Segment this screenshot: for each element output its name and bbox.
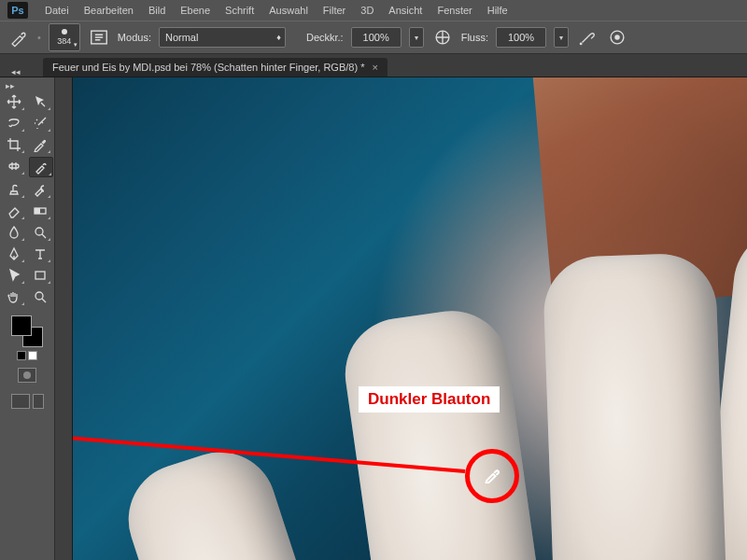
menu-ansicht[interactable]: Ansicht (381, 2, 430, 19)
blend-mode-select[interactable]: Normal♦ (159, 27, 286, 48)
foreground-color[interactable] (11, 315, 32, 336)
opacity-pressure-toggle[interactable] (431, 26, 454, 49)
lasso-tool[interactable] (3, 114, 25, 133)
mode-label: Modus: (118, 32, 151, 43)
screen-mode-button[interactable] (11, 394, 30, 409)
svg-point-8 (35, 228, 43, 235)
opacity-dropdown[interactable]: ▾ (409, 27, 424, 48)
dodge-tool[interactable] (29, 223, 51, 242)
svg-rect-9 (35, 272, 45, 279)
gradient-tool[interactable] (29, 202, 51, 220)
document-tabstrip: ◂◂ Feuer und Eis by MDI.psd bei 78% (Sch… (0, 54, 747, 77)
svg-point-2 (580, 43, 583, 46)
toolbox: ▸▸ (0, 77, 55, 560)
menu-filter[interactable]: Filter (316, 2, 353, 19)
zoom-tool[interactable] (29, 287, 51, 306)
menu-bild[interactable]: Bild (141, 2, 173, 19)
blur-tool[interactable] (3, 223, 25, 242)
menu-auswahl[interactable]: Auswahl (261, 2, 316, 19)
menu-hilfe[interactable]: Hilfe (480, 2, 515, 19)
svg-point-10 (35, 292, 43, 300)
menubar: Ps Datei Bearbeiten Bild Ebene Schrift A… (0, 0, 747, 21)
app-logo[interactable]: Ps (7, 2, 28, 19)
annotation-label: Dunkler Blauton (359, 386, 500, 413)
crop-tool[interactable] (3, 135, 25, 154)
type-tool[interactable] (29, 245, 51, 263)
svg-rect-7 (35, 208, 40, 214)
collapse-optionbar[interactable]: ◂◂ (11, 67, 21, 77)
menu-3d[interactable]: 3D (353, 2, 381, 19)
canvas-image (73, 77, 747, 560)
flow-field[interactable]: 100% (496, 27, 546, 48)
active-tool-icon[interactable] (7, 26, 30, 49)
path-select-tool[interactable] (3, 266, 25, 285)
airbrush-toggle[interactable] (576, 26, 599, 49)
clone-stamp-tool[interactable] (3, 180, 25, 199)
opacity-label: Deckkr.: (306, 32, 344, 43)
close-tab-icon[interactable]: × (372, 62, 377, 73)
screen-mode-arrow[interactable] (33, 394, 44, 409)
eyedropper-tool[interactable] (29, 135, 51, 154)
arrow-move-tool[interactable] (29, 92, 51, 111)
brush-size-value: 384 (57, 36, 71, 46)
svg-point-4 (614, 35, 620, 40)
rectangle-tool[interactable] (29, 266, 51, 285)
color-swatches[interactable] (11, 315, 43, 347)
flow-dropdown[interactable]: ▾ (554, 27, 569, 48)
default-colors[interactable] (17, 351, 37, 360)
eraser-tool[interactable] (3, 202, 25, 220)
brush-preset-picker[interactable]: 384 ▾ (49, 23, 80, 51)
quick-mask-toggle[interactable] (18, 368, 36, 383)
optionbar: • 384 ▾ Modus: Normal♦ Deckkr.: 100% ▾ F… (0, 21, 747, 54)
collapse-toolbox[interactable]: ▸▸ (6, 81, 15, 91)
side-gutter (55, 77, 73, 560)
menu-schrift[interactable]: Schrift (218, 2, 261, 19)
opacity-field[interactable]: 100% (351, 27, 402, 48)
healing-brush-tool[interactable] (3, 157, 25, 175)
hand-tool[interactable] (3, 287, 25, 306)
eyedropper-icon (484, 467, 500, 485)
menu-datei[interactable]: Datei (37, 2, 77, 19)
menu-bearbeiten[interactable]: Bearbeiten (77, 2, 141, 19)
svg-rect-5 (9, 164, 19, 168)
brush-tool[interactable] (29, 157, 53, 177)
canvas[interactable]: Dunkler Blauton (73, 77, 747, 560)
menu-ebene[interactable]: Ebene (173, 2, 218, 19)
history-brush-tool[interactable] (29, 180, 51, 199)
annotation-circle (465, 449, 519, 503)
pen-tool[interactable] (3, 245, 25, 263)
size-pressure-toggle[interactable] (606, 26, 628, 49)
document-title: Feuer und Eis by MDI.psd bei 78% (Schatt… (52, 62, 364, 73)
move-tool[interactable] (3, 92, 25, 111)
document-tab[interactable]: Feuer und Eis by MDI.psd bei 78% (Schatt… (43, 58, 388, 77)
menu-fenster[interactable]: Fenster (430, 2, 479, 19)
flow-label: Fluss: (461, 32, 488, 43)
magic-wand-tool[interactable] (29, 114, 51, 133)
brush-panel-toggle[interactable] (88, 26, 110, 49)
